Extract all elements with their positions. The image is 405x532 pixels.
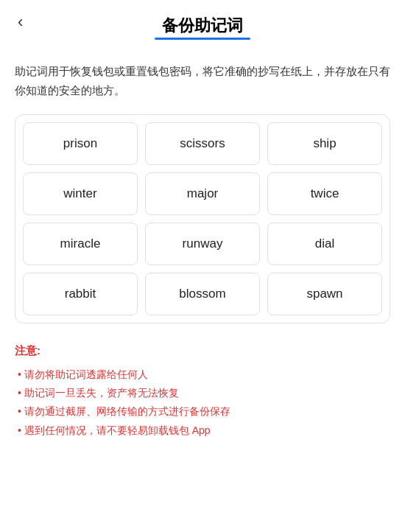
- notice-item: 助记词一旦丢失，资产将无法恢复: [15, 384, 390, 402]
- word-cell: spawn: [267, 273, 382, 315]
- title-container: 备份助记词: [162, 15, 243, 37]
- word-cell: rabbit: [23, 273, 138, 315]
- page-header: ‹ 备份助记词: [0, 0, 405, 44]
- notice-items: 请勿将助记词透露给任何人助记词一旦丢失，资产将无法恢复请勿通过截屏、网络传输的方…: [15, 365, 390, 440]
- word-cell: runway: [145, 223, 260, 265]
- title-underline: [155, 38, 250, 40]
- back-button[interactable]: ‹: [15, 10, 26, 35]
- word-cell: blossom: [145, 273, 260, 315]
- word-cell: ship: [267, 122, 382, 165]
- word-cell: winter: [23, 172, 138, 215]
- words-grid-container: prisonscissorsshipwintermajortwicemiracl…: [15, 114, 390, 323]
- notice-item: 请勿将助记词透露给任何人: [15, 365, 390, 384]
- word-cell: prison: [23, 122, 138, 165]
- word-cell: scissors: [145, 122, 260, 165]
- word-cell: miracle: [23, 223, 138, 265]
- word-cell: dial: [267, 223, 382, 265]
- word-cell: twice: [267, 172, 382, 215]
- page-title: 备份助记词: [162, 16, 243, 35]
- notice-section: 注意: 请勿将助记词透露给任何人助记词一旦丢失，资产将无法恢复请勿通过截屏、网络…: [15, 344, 390, 440]
- word-cell: major: [145, 172, 260, 215]
- notice-title: 注意:: [15, 344, 390, 358]
- notice-item: 遇到任何情况，请不要轻易卸载钱包 App: [15, 421, 390, 440]
- description-text: 助记词用于恢复钱包或重置钱包密码，将它准确的抄写在纸上，并存放在只有你知道的安全…: [15, 62, 390, 99]
- words-grid: prisonscissorsshipwintermajortwicemiracl…: [23, 122, 382, 315]
- notice-item: 请勿通过截屏、网络传输的方式进行备份保存: [15, 402, 390, 421]
